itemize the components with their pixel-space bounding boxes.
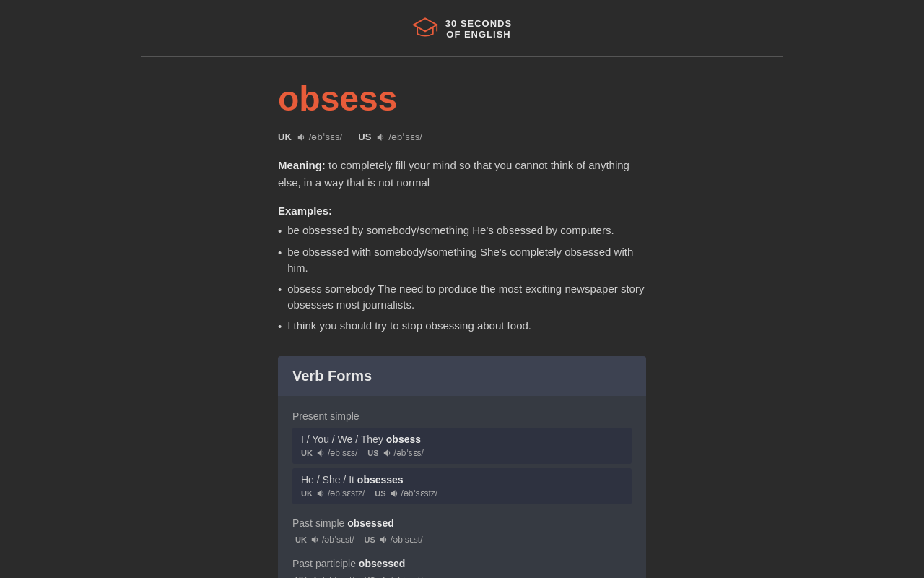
- us-speaker-small[interactable]: [378, 535, 388, 545]
- pron-small-row: UK /əbˈsɛsɪz/ US: [301, 488, 623, 499]
- verb-forms-container: Verb Forms Present simple I / You / We /…: [278, 356, 646, 578]
- uk-speaker-small[interactable]: [315, 488, 326, 499]
- pronoun-group-singular: He / She / It obsesses UK /əbˈsɛsɪz/ US: [292, 468, 632, 504]
- present-simple-label: Present simple: [292, 410, 632, 422]
- pronoun-row: He / She / It obsesses: [301, 474, 623, 486]
- pron-small-row: UK /əbˈsɛst/ US: [292, 575, 632, 578]
- logo-text: 30 SECONDS OF ENGLISH: [445, 18, 512, 40]
- verb-forms-body: Present simple I / You / We / They obses…: [278, 396, 646, 578]
- us-speaker-button[interactable]: [375, 132, 385, 142]
- meaning-label: Meaning:: [278, 159, 326, 171]
- pronoun-row: I / You / We / They obsess: [301, 434, 623, 445]
- logo-line1: 30 SECONDS: [445, 18, 512, 29]
- pron-small-row: UK /əbˈsɛst/ US: [292, 535, 632, 545]
- example-item: obsess somebody The need to produce the …: [278, 281, 646, 314]
- svg-marker-2: [298, 134, 302, 141]
- uk-speaker-small[interactable]: [310, 575, 320, 578]
- present-simple-section: Present simple I / You / We / They obses…: [292, 410, 632, 504]
- past-simple-section: Past simple obsessed UK /əbˈsɛst/ US: [292, 517, 632, 545]
- svg-marker-8: [312, 536, 316, 543]
- svg-marker-6: [318, 490, 322, 497]
- pronunciation-row: UK /əbˈsɛs/ US /əbˈsɛs/: [278, 131, 646, 142]
- logo-icon: [412, 14, 438, 43]
- example-item: be obsessed by somebody/something He's o…: [278, 223, 646, 240]
- past-participle-label: Past participle obsessed: [292, 558, 632, 569]
- pronoun-group-plural: I / You / We / They obsess UK /əbˈsɛs/: [292, 428, 632, 464]
- examples-label: Examples:: [278, 204, 646, 217]
- uk-speaker-small[interactable]: [315, 448, 326, 458]
- past-participle-section: Past participle obsessed UK /əbˈsɛst/ US: [292, 558, 632, 578]
- us-speaker-small[interactable]: [378, 575, 388, 578]
- uk-pronunciation: /əbˈsɛs/: [309, 131, 342, 142]
- examples-list: be obsessed by somebody/something He's o…: [278, 223, 646, 335]
- past-simple-label: Past simple obsessed: [292, 517, 632, 529]
- svg-marker-3: [378, 134, 382, 141]
- verb-forms-header: Verb Forms: [278, 356, 646, 396]
- example-item: be obsessed with somebody/something She'…: [278, 244, 646, 277]
- us-speaker-small[interactable]: [382, 448, 392, 458]
- svg-marker-7: [391, 490, 395, 497]
- site-header: 30 SECONDS OF ENGLISH: [0, 0, 924, 56]
- uk-label: UK: [278, 131, 292, 142]
- examples-section: Examples: be obsessed by somebody/someth…: [278, 204, 646, 335]
- pron-small-row: UK /əbˈsɛs/ US: [301, 448, 623, 458]
- svg-marker-9: [380, 536, 385, 543]
- uk-speaker-button[interactable]: [296, 132, 306, 142]
- svg-marker-5: [383, 449, 388, 457]
- example-item: I think you should try to stop obsessing…: [278, 318, 646, 335]
- svg-marker-4: [318, 449, 322, 457]
- uk-speaker-small[interactable]: [310, 535, 320, 545]
- us-label: US: [358, 131, 371, 142]
- word-title: obsess: [278, 79, 646, 118]
- meaning-text: to completely fill your mind so that you…: [278, 159, 629, 189]
- us-pronunciation: /əbˈsɛs/: [388, 131, 422, 142]
- meaning-section: Meaning: to completely fill your mind so…: [278, 157, 646, 191]
- us-speaker-small[interactable]: [389, 488, 399, 499]
- logo-line2: OF ENGLISH: [445, 29, 512, 40]
